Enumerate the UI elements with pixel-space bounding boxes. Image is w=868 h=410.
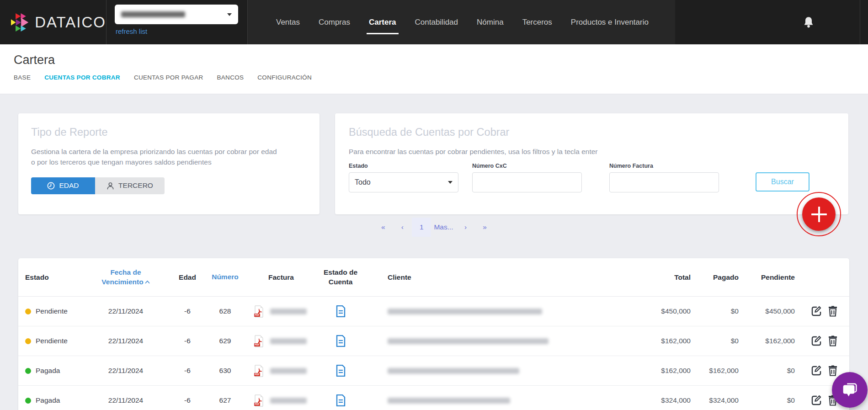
- pdf-icon[interactable]: PDF: [254, 305, 264, 318]
- table-row: Pendiente 22/11/2024 -6 628 PDF $450,000…: [18, 297, 849, 326]
- paid-cell: $0: [695, 337, 743, 345]
- status-label: Pendiente: [36, 337, 68, 345]
- report-type-toggle: EDAD TERCERO: [31, 177, 307, 194]
- trash-icon[interactable]: [828, 365, 838, 376]
- top-navbar: DATAICO refresh list Ventas Compras Cart…: [0, 0, 868, 44]
- header-fecha-line2: Vencimiento: [101, 278, 143, 286]
- chat-widget-button[interactable]: [832, 372, 868, 408]
- nav-item-terceros[interactable]: Terceros: [522, 0, 552, 44]
- pdf-icon[interactable]: PDF: [254, 394, 264, 407]
- numero-cxc-input[interactable]: [472, 172, 582, 192]
- actions-cell: [799, 335, 849, 346]
- invoice-number-redacted: [270, 398, 307, 404]
- page-header: Cartera BASE CUENTAS POR COBRAR CUENTAS …: [0, 44, 868, 94]
- header-factura: Factura: [247, 273, 315, 282]
- pagination-next[interactable]: ›: [456, 218, 475, 237]
- tab-cuentas-por-cobrar[interactable]: CUENTAS POR COBRAR: [44, 74, 120, 81]
- account-statement-cell: [315, 305, 366, 317]
- paid-cell: $0: [695, 307, 743, 315]
- refresh-list-link[interactable]: refresh list: [116, 27, 147, 35]
- tab-cuentas-por-pagar[interactable]: CUENTAS POR PAGAR: [134, 74, 203, 81]
- paid-cell: $324,000: [695, 396, 743, 405]
- header-cuenta-line1: Estado de: [315, 268, 366, 277]
- age-cell: -6: [171, 367, 203, 375]
- nav-item-productos-inventario[interactable]: Productos e Inventario: [571, 0, 649, 44]
- total-cell: $324,000: [612, 396, 695, 405]
- brand-logo[interactable]: DATAICO: [0, 0, 106, 44]
- header-numero[interactable]: Número: [203, 272, 247, 282]
- search-card-title: Búsqueda de Cuentas por Cobrar: [349, 126, 835, 138]
- number-cell: 628: [203, 307, 247, 315]
- status-label: Pendiente: [36, 307, 68, 315]
- pagination: « ‹ 1 Mas... › »: [0, 218, 868, 237]
- edit-icon[interactable]: [811, 365, 822, 376]
- tab-base[interactable]: BASE: [14, 74, 31, 81]
- status-cell: Pagada: [18, 396, 80, 405]
- client-cell: [366, 309, 612, 314]
- pagination-prev[interactable]: ‹: [393, 218, 412, 237]
- pending-cell: $0: [743, 396, 799, 405]
- add-button[interactable]: [797, 192, 841, 236]
- header-fecha-vencimiento[interactable]: Fecha de Vencimiento: [80, 268, 171, 287]
- pagination-first[interactable]: «: [373, 218, 393, 237]
- trash-icon[interactable]: [828, 306, 838, 317]
- tercero-button[interactable]: TERCERO: [95, 177, 165, 194]
- client-cell: [366, 338, 612, 344]
- edad-button[interactable]: EDAD: [31, 177, 95, 194]
- header-total: Total: [612, 273, 695, 282]
- search-filters: Estado Todo Número CxC Número Factura Bu…: [349, 163, 835, 192]
- due-date-cell: 22/11/2024: [80, 396, 171, 405]
- nav-item-contabilidad[interactable]: Contabilidad: [415, 0, 458, 44]
- document-icon[interactable]: [336, 335, 346, 347]
- table-header-row: Estado Fecha de Vencimiento Edad Número …: [18, 258, 849, 297]
- company-selector-block: refresh list: [107, 0, 247, 44]
- due-date-cell: 22/11/2024: [80, 337, 171, 345]
- bell-icon[interactable]: [803, 16, 815, 29]
- tab-bancos[interactable]: BANCOS: [217, 74, 244, 81]
- age-cell: -6: [171, 307, 203, 315]
- estado-select[interactable]: Todo: [349, 172, 458, 192]
- pdf-icon[interactable]: PDF: [254, 365, 264, 377]
- client-name-redacted: [388, 368, 519, 374]
- document-icon[interactable]: [336, 365, 346, 377]
- edit-icon[interactable]: [811, 335, 822, 346]
- numero-cxc-filter-group: Número CxC: [472, 163, 582, 192]
- pagination-page-1[interactable]: 1: [412, 218, 431, 237]
- add-button-circle: [802, 197, 836, 231]
- accounts-table: Estado Fecha de Vencimiento Edad Número …: [18, 258, 849, 410]
- tab-configuracion[interactable]: CONFIGURACIÓN: [257, 74, 312, 81]
- search-card: Búsqueda de Cuentas por Cobrar Para enco…: [335, 113, 848, 214]
- pdf-icon[interactable]: PDF: [254, 335, 264, 347]
- numero-factura-input[interactable]: [609, 172, 719, 192]
- pagination-more[interactable]: Mas...: [431, 218, 456, 237]
- table-row: Pendiente 22/11/2024 -6 629 PDF $162,000…: [18, 326, 849, 356]
- nav-item-compras[interactable]: Compras: [319, 0, 350, 44]
- numero-cxc-label: Número CxC: [472, 163, 582, 169]
- nav-item-ventas[interactable]: Ventas: [276, 0, 300, 44]
- document-icon[interactable]: [336, 305, 346, 317]
- status-dot: [25, 309, 31, 314]
- document-icon[interactable]: [336, 394, 346, 406]
- estado-select-value: Todo: [355, 178, 371, 186]
- header-estado-de-cuenta: Estado de Cuenta: [315, 268, 366, 287]
- edit-icon[interactable]: [811, 395, 822, 406]
- number-cell: 629: [203, 337, 247, 345]
- sort-asc-icon: [145, 280, 150, 284]
- header-edad: Edad: [171, 273, 203, 282]
- trash-icon[interactable]: [828, 335, 838, 346]
- pending-cell: $0: [743, 367, 799, 375]
- content-area: Tipo de Reporte Gestiona la cartera de l…: [0, 94, 868, 410]
- due-date-cell: 22/11/2024: [80, 307, 171, 315]
- client-name-redacted: [388, 309, 542, 314]
- edit-icon[interactable]: [811, 306, 822, 317]
- report-card-description: Gestiona la cartera de la empresa priori…: [31, 146, 280, 168]
- nav-item-cartera[interactable]: Cartera: [369, 0, 396, 44]
- pagination-last[interactable]: »: [475, 218, 495, 237]
- hamburger-menu-icon[interactable]: [836, 18, 848, 27]
- search-card-description: Para encontrar las cuentas por cobrar pe…: [349, 146, 835, 157]
- page-title: Cartera: [14, 53, 868, 67]
- company-select[interactable]: [115, 5, 238, 24]
- buscar-button[interactable]: Buscar: [756, 172, 809, 192]
- section-tabs: BASE CUENTAS POR COBRAR CUENTAS POR PAGA…: [14, 74, 868, 81]
- nav-item-nomina[interactable]: Nómina: [477, 0, 504, 44]
